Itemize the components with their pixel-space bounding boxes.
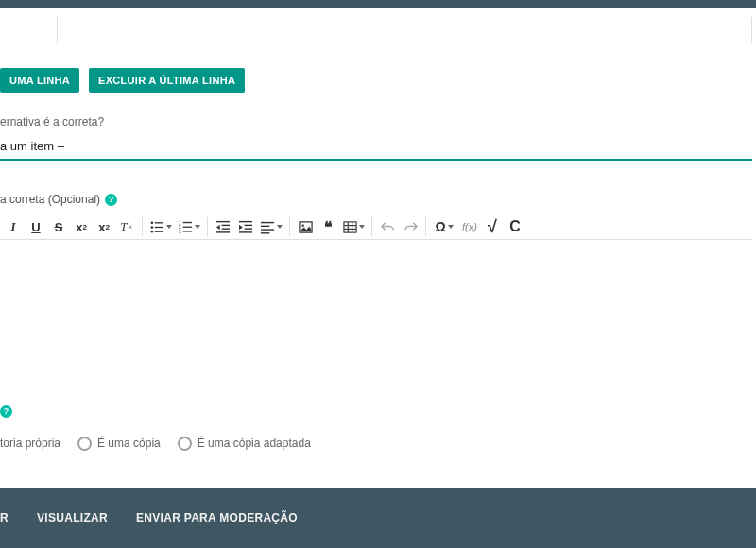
subscript-2: 2 <box>82 223 86 231</box>
correct-alternative-select[interactable]: a um item – <box>0 134 752 161</box>
numbered-list-button[interactable]: 123 <box>175 215 203 238</box>
rich-text-editor[interactable] <box>0 240 752 372</box>
top-bar <box>0 0 756 8</box>
authorship-copy-option[interactable]: É uma cópia <box>77 437 161 451</box>
correct-answer-label-text: a correta (Opcional) <box>0 193 100 206</box>
math-sqrt-button[interactable]: √ <box>481 215 504 238</box>
formula-button[interactable]: f(x) <box>458 215 481 238</box>
authorship-copy-label: É uma cópia <box>97 437 161 450</box>
svg-rect-19 <box>239 231 252 232</box>
toolbar-separator <box>371 217 372 236</box>
svg-point-25 <box>301 224 303 226</box>
svg-rect-1 <box>154 222 163 223</box>
authorship-section: ? toria própria É uma cópia É uma cópia … <box>0 402 752 451</box>
blockquote-button[interactable]: ❝ <box>317 215 339 238</box>
remove-last-line-button[interactable]: EXCLUIR A ÚLTIMA LINHA <box>89 68 245 93</box>
svg-rect-21 <box>261 225 269 226</box>
superscript-button[interactable]: x2 <box>93 215 115 238</box>
add-line-button[interactable]: UMA LINHA <box>0 68 79 93</box>
authorship-adapted-option[interactable]: É uma cópia adaptada <box>178 437 311 451</box>
strikethrough-button[interactable]: S <box>47 215 70 238</box>
rich-text-toolbar: I U S x2 x2 T× 123 ❝ <box>0 214 752 240</box>
bullet-list-icon <box>150 220 164 234</box>
italic-button[interactable]: I <box>2 215 25 238</box>
previous-editor-frame <box>57 17 752 43</box>
align-icon <box>261 220 275 234</box>
redo-button[interactable] <box>399 215 421 238</box>
line-buttons-row: UMA LINHA EXCLUIR A ÚLTIMA LINHA <box>0 68 245 93</box>
svg-rect-11 <box>182 231 191 231</box>
svg-rect-14 <box>221 228 229 229</box>
superscript-2: 2 <box>105 223 109 231</box>
clear-format-button[interactable]: T× <box>115 215 138 238</box>
svg-text:3: 3 <box>179 230 181 234</box>
svg-point-4 <box>150 230 153 232</box>
align-button[interactable] <box>257 215 285 238</box>
indent-icon <box>239 220 253 234</box>
footer-bar: R VISUALIZAR ENVIAR PARA MODERAÇÃO <box>0 488 756 548</box>
select-placeholder-text: a um item – <box>0 139 64 153</box>
svg-point-2 <box>150 226 153 229</box>
authorship-adapted-label: É uma cópia adaptada <box>198 437 311 450</box>
authorship-own-option[interactable]: toria própria <box>0 437 60 450</box>
svg-rect-13 <box>221 224 229 225</box>
image-button[interactable] <box>294 215 317 238</box>
correct-alternative-label: ernativa é a correta? <box>0 115 104 128</box>
svg-rect-15 <box>216 231 230 232</box>
toolbar-separator <box>289 217 290 236</box>
svg-rect-17 <box>244 224 251 225</box>
svg-rect-20 <box>261 221 274 222</box>
svg-rect-16 <box>239 220 252 221</box>
table-button[interactable] <box>339 215 368 238</box>
radio-icon <box>77 437 92 451</box>
numbered-list-icon: 123 <box>179 220 193 234</box>
footer-send-moderation-button[interactable]: ENVIAR PARA MODERAÇÃO <box>136 511 298 524</box>
radio-icon <box>178 437 192 451</box>
svg-rect-23 <box>261 232 269 233</box>
svg-rect-26 <box>343 221 355 231</box>
superscript-x: x <box>98 220 105 234</box>
authorship-radio-group: toria própria É uma cópia É uma cópia ad… <box>0 437 752 451</box>
svg-rect-22 <box>261 229 274 230</box>
toolbar-separator <box>207 217 208 236</box>
authorship-help-icon[interactable]: ? <box>0 405 12 418</box>
svg-rect-9 <box>182 226 191 227</box>
indent-button[interactable] <box>234 215 257 238</box>
underline-button[interactable]: U <box>25 215 47 238</box>
footer-preview-button[interactable]: VISUALIZAR <box>37 511 108 524</box>
svg-rect-5 <box>154 231 163 231</box>
toolbar-separator <box>425 217 426 236</box>
correct-answer-section-label: a correta (Opcional) ? <box>0 193 117 206</box>
subscript-x: x <box>76 220 82 234</box>
custom-c-button[interactable]: C <box>504 215 526 238</box>
svg-rect-7 <box>182 221 191 222</box>
redo-icon <box>404 220 418 234</box>
footer-save-button[interactable]: R <box>0 511 9 524</box>
undo-button[interactable] <box>376 215 399 238</box>
outdent-button[interactable] <box>212 215 234 238</box>
authorship-own-label: toria própria <box>0 437 60 450</box>
special-char-button[interactable]: Ω <box>430 215 458 238</box>
image-icon <box>299 220 313 234</box>
undo-icon <box>381 220 395 234</box>
bullet-list-button[interactable] <box>146 215 175 238</box>
subscript-button[interactable]: x2 <box>70 215 93 238</box>
help-icon[interactable]: ? <box>105 194 117 206</box>
svg-rect-3 <box>154 226 163 227</box>
outdent-icon <box>216 220 231 234</box>
svg-point-0 <box>150 221 153 224</box>
table-icon <box>343 220 357 234</box>
svg-rect-18 <box>244 228 251 229</box>
toolbar-separator <box>142 217 143 236</box>
svg-rect-12 <box>216 220 230 221</box>
